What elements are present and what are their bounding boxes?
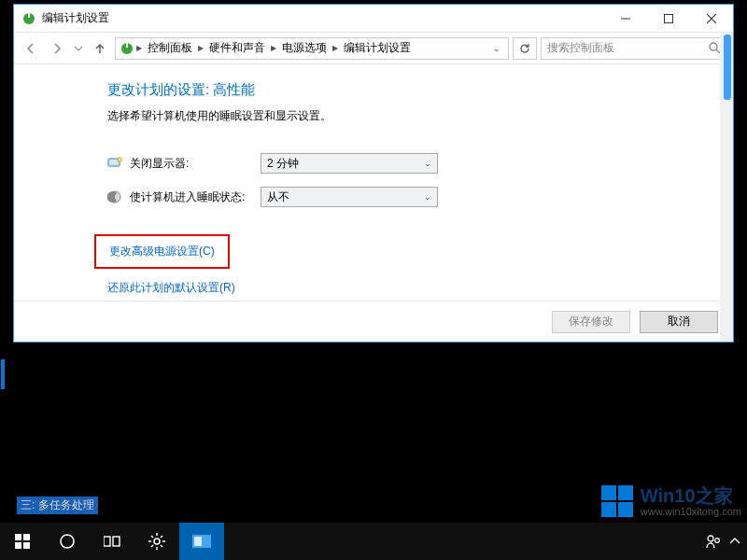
breadcrumb-icon [120, 41, 134, 56]
save-button[interactable]: 保存修改 [552, 311, 630, 333]
chevron-right-icon: ▶ [198, 44, 204, 52]
search-placeholder: 搜索控制面板 [547, 40, 703, 56]
page-heading: 更改计划的设置: 高性能 [107, 81, 733, 99]
chevron-right-icon: ▶ [332, 44, 338, 52]
maximize-button[interactable] [647, 5, 690, 33]
svg-line-27 [151, 545, 153, 547]
watermark-text: Win10之家 www.win10xitong.com [641, 485, 741, 517]
cortana-button[interactable] [45, 523, 90, 560]
page-subtext: 选择希望计算机使用的睡眠设置和显示设置。 [107, 108, 733, 124]
advanced-power-link[interactable]: 更改高级电源设置(C) [94, 234, 230, 269]
chevron-down-icon: ⌄ [424, 192, 431, 202]
svg-line-25 [151, 536, 153, 538]
minimize-button[interactable] [604, 5, 647, 33]
setting-row-sleep: 使计算机进入睡眠状态: 从不 ⌄ [107, 180, 733, 214]
svg-point-31 [708, 536, 713, 541]
svg-point-32 [715, 539, 720, 543]
monitor-icon [107, 156, 122, 171]
svg-rect-13 [15, 534, 21, 540]
taskview-button[interactable] [90, 523, 134, 560]
desktop-label[interactable]: 三: 多任务处理 [17, 497, 98, 514]
restore-defaults-link[interactable]: 还原此计划的默认设置(R) [107, 274, 733, 301]
svg-line-28 [161, 536, 162, 538]
chevron-down-icon: ⌄ [424, 159, 431, 168]
breadcrumb-dropdown-icon[interactable]: ⌄ [489, 44, 504, 53]
chevron-right-icon: ▶ [271, 44, 276, 52]
breadcrumb-item[interactable]: 电源选项 [278, 40, 331, 56]
content-area: 更改计划的设置: 高性能 选择希望计算机使用的睡眠设置和显示设置。 关闭显示器:… [14, 64, 733, 301]
selection-indicator [1, 359, 5, 389]
chevron-right-icon: ▶ [136, 44, 142, 52]
recent-dropdown-icon[interactable] [72, 37, 85, 60]
links-section: 更改高级电源设置(C) 还原此计划的默认设置(R) [107, 234, 733, 301]
breadcrumb-item[interactable]: 控制面板 [144, 40, 196, 56]
start-button[interactable] [0, 523, 45, 560]
tray-people-icon[interactable] [706, 534, 721, 549]
close-button[interactable] [690, 5, 733, 33]
system-tray[interactable] [706, 534, 740, 549]
window-title: 编辑计划设置 [42, 10, 109, 26]
svg-point-11 [118, 158, 122, 162]
navbar: ▶ 控制面板 ▶ 硬件和声音 ▶ 电源选项 ▶ 编辑计划设置 ⌄ 搜索控制面板 [14, 33, 733, 64]
footer: 保存修改 取消 [14, 301, 733, 342]
svg-line-26 [161, 545, 162, 547]
taskbar [0, 523, 747, 560]
setting-row-display: 关闭显示器: 2 分钟 ⌄ [107, 147, 733, 180]
back-button[interactable] [20, 37, 42, 60]
titlebar: 编辑计划设置 [14, 5, 733, 33]
app-icon [21, 11, 36, 26]
scrollbar[interactable] [720, 33, 733, 342]
moon-icon [107, 189, 122, 204]
cancel-button[interactable]: 取消 [640, 311, 718, 333]
breadcrumb-item[interactable]: 硬件和声音 [205, 40, 269, 56]
svg-point-17 [61, 535, 74, 548]
svg-rect-15 [15, 542, 21, 549]
sleep-label: 使计算机进入睡眠状态: [130, 189, 261, 205]
svg-rect-1 [28, 13, 30, 18]
svg-rect-30 [194, 537, 202, 546]
svg-rect-16 [23, 542, 30, 549]
breadcrumb-item[interactable]: 编辑计划设置 [340, 40, 415, 56]
watermark: Win10之家 www.win10xitong.com [601, 485, 741, 517]
svg-rect-3 [665, 14, 673, 22]
up-button[interactable] [89, 37, 111, 60]
svg-rect-18 [104, 537, 110, 546]
svg-rect-19 [113, 537, 120, 546]
search-input[interactable]: 搜索控制面板 [541, 37, 727, 60]
svg-rect-14 [23, 534, 30, 540]
sleep-value: 从不 [267, 189, 289, 205]
windows-logo-icon [601, 485, 633, 517]
display-off-value: 2 分钟 [267, 156, 299, 172]
svg-point-20 [154, 539, 160, 544]
settings-taskbar-icon[interactable] [134, 523, 179, 560]
control-panel-taskbar-icon[interactable] [179, 523, 224, 560]
svg-point-8 [710, 43, 717, 50]
tray-chevron-up-icon[interactable] [730, 537, 740, 546]
display-off-label: 关闭显示器: [130, 156, 261, 172]
scrollbar-thumb[interactable] [724, 35, 731, 100]
refresh-button[interactable] [513, 37, 537, 60]
control-panel-window: 编辑计划设置 ▶ 控制面板 ▶ 硬 [13, 4, 734, 343]
breadcrumb[interactable]: ▶ 控制面板 ▶ 硬件和声音 ▶ 电源选项 ▶ 编辑计划设置 ⌄ [115, 37, 509, 60]
forward-button[interactable] [46, 37, 68, 60]
display-off-combo[interactable]: 2 分钟 ⌄ [261, 153, 438, 174]
sleep-combo[interactable]: 从不 ⌄ [261, 187, 438, 207]
svg-rect-7 [126, 43, 128, 48]
